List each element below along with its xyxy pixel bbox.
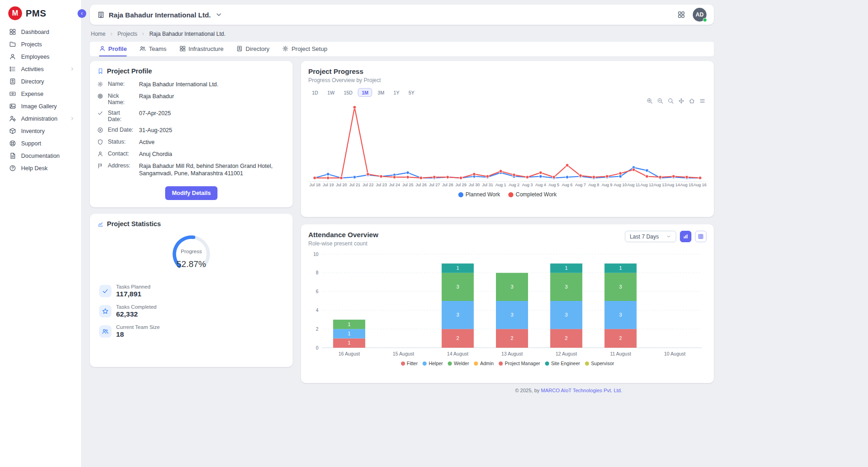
svg-text:11 August: 11 August bbox=[610, 351, 631, 356]
sidebar-item-activities[interactable]: Activities bbox=[0, 63, 81, 75]
tab-project-setup[interactable]: Project Setup bbox=[282, 42, 327, 56]
sidebar: M PMS DashboardProjectsEmployeesActiviti… bbox=[0, 0, 82, 467]
range-button-1w[interactable]: 1W bbox=[323, 88, 338, 97]
tab-label: Project Setup bbox=[291, 45, 327, 52]
range-button-3m[interactable]: 3M bbox=[374, 88, 388, 97]
sidebar-collapse-button[interactable]: ‹ bbox=[78, 9, 86, 18]
project-statistics-card: Project Statistics Progress52.87% Tasks … bbox=[90, 214, 293, 367]
table-view-toggle-button[interactable] bbox=[695, 231, 707, 242]
attendance-overview-card: Attendance Overview Role-wise present co… bbox=[301, 224, 714, 383]
x-axis-label: Jul 26 bbox=[415, 183, 428, 187]
range-button-1m[interactable]: 1M bbox=[358, 88, 372, 97]
flag-icon bbox=[97, 163, 103, 169]
sidebar-item-inventory[interactable]: Inventory bbox=[0, 125, 81, 137]
legend-item-supervisor[interactable]: Supervisor bbox=[585, 361, 614, 366]
range-button-5y[interactable]: 5Y bbox=[405, 88, 418, 97]
zoom-in-icon[interactable] bbox=[646, 98, 653, 104]
svg-text:3: 3 bbox=[565, 312, 568, 317]
sidebar-item-projects[interactable]: Projects bbox=[0, 38, 81, 50]
sidebar-item-administration[interactable]: Administration bbox=[0, 112, 81, 125]
apps-grid-icon[interactable] bbox=[677, 11, 685, 19]
legend-label: Admin bbox=[480, 361, 494, 366]
documentation-icon bbox=[9, 152, 16, 159]
sidebar-item-label: Documentation bbox=[21, 153, 75, 159]
sidebar-item-help-desk[interactable]: Help Desk bbox=[0, 162, 81, 174]
attendance-chart[interactable]: 024681011116 August15 August233114 Augus… bbox=[308, 250, 707, 359]
range-button-1y[interactable]: 1Y bbox=[390, 88, 403, 97]
svg-text:2: 2 bbox=[456, 335, 459, 341]
profile-field-name: Name:Raja Bahadur International Ltd. bbox=[97, 81, 285, 89]
x-axis-label: Jul 23 bbox=[375, 183, 388, 187]
x-axis-label: Aug 13 bbox=[653, 183, 667, 187]
x-axis-label: Aug 9 bbox=[601, 183, 614, 187]
svg-text:3: 3 bbox=[511, 312, 513, 317]
svg-text:1: 1 bbox=[456, 265, 459, 271]
x-axis-label: Jul 25 bbox=[401, 183, 415, 187]
tab-profile[interactable]: Profile bbox=[99, 42, 127, 56]
sidebar-item-dashboard[interactable]: Dashboard bbox=[0, 26, 81, 38]
tab-teams[interactable]: Teams bbox=[139, 42, 166, 56]
sidebar-item-image-gallery[interactable]: Image Gallery bbox=[0, 100, 81, 112]
legend-dot bbox=[474, 361, 478, 366]
chart-line-icon bbox=[97, 221, 104, 227]
legend-item-helper[interactable]: Helper bbox=[423, 361, 443, 366]
svg-text:3: 3 bbox=[565, 284, 568, 289]
magnifier-icon[interactable] bbox=[668, 98, 674, 104]
legend-item-admin[interactable]: Admin bbox=[474, 361, 494, 366]
breadcrumb-item[interactable]: Projects bbox=[117, 31, 137, 37]
bar-view-toggle-button[interactable] bbox=[680, 231, 691, 242]
stat-current-team-size: Current Team Size18 bbox=[99, 324, 285, 339]
directory-icon bbox=[9, 78, 16, 85]
sidebar-item-directory[interactable]: Directory bbox=[0, 75, 81, 88]
user-avatar[interactable]: AD bbox=[693, 8, 707, 22]
main-content: Raja Bahadur International Ltd. AD HomeP… bbox=[82, 0, 722, 400]
footer-link[interactable]: MARCO AIoT Technologies Pvt. Ltd. bbox=[541, 388, 622, 393]
range-button-15d[interactable]: 15D bbox=[340, 88, 356, 97]
menu-icon[interactable] bbox=[699, 98, 706, 104]
sidebar-item-expense[interactable]: Expense bbox=[0, 88, 81, 100]
svg-text:10: 10 bbox=[313, 252, 319, 257]
svg-text:3: 3 bbox=[511, 284, 513, 289]
sidebar-item-employees[interactable]: Employees bbox=[0, 50, 81, 63]
x-axis-label: Aug 4 bbox=[534, 183, 547, 187]
zoom-out-icon[interactable] bbox=[657, 98, 663, 104]
date-range-select[interactable]: Last 7 Days bbox=[625, 231, 676, 242]
sidebar-item-label: Activities bbox=[21, 66, 65, 72]
breadcrumb-item[interactable]: Home bbox=[91, 31, 106, 37]
legend-item-completed-work[interactable]: Completed Work bbox=[508, 191, 556, 198]
breadcrumb-item: Raja Bahadur International Ltd. bbox=[149, 31, 225, 37]
x-axis-label: Aug 10 bbox=[614, 183, 627, 187]
modify-details-button[interactable]: Modify Details bbox=[165, 186, 218, 200]
check-icon bbox=[97, 110, 103, 116]
company-selector[interactable]: Raja Bahadur International Ltd. bbox=[97, 11, 223, 19]
pan-icon[interactable] bbox=[678, 98, 684, 104]
x-axis-label: Aug 12 bbox=[640, 183, 653, 187]
legend-dot bbox=[448, 361, 452, 366]
x-axis-label: Jul 20 bbox=[335, 183, 348, 187]
sidebar-item-label: Expense bbox=[21, 91, 75, 97]
attendance-card-subtitle: Role-wise present count bbox=[308, 240, 378, 247]
project-progress-chart[interactable] bbox=[308, 100, 707, 182]
tab-infrastructure[interactable]: Infrastructure bbox=[179, 42, 224, 56]
sidebar-item-documentation[interactable]: Documentation bbox=[0, 150, 81, 162]
svg-text:10 August: 10 August bbox=[664, 351, 686, 356]
projects-icon bbox=[9, 41, 16, 48]
expense-icon bbox=[9, 90, 16, 97]
legend-label: Supervisor bbox=[591, 361, 614, 366]
legend-item-project-manager[interactable]: Project Manager bbox=[499, 361, 540, 366]
legend-item-planned-work[interactable]: Planned Work bbox=[458, 191, 500, 198]
svg-text:3: 3 bbox=[456, 312, 459, 317]
svg-text:14 August: 14 August bbox=[447, 351, 468, 356]
x-axis-label: Jul 30 bbox=[467, 183, 481, 187]
tab-directory[interactable]: Directory bbox=[236, 42, 269, 56]
legend-item-fitter[interactable]: Fitter bbox=[401, 361, 418, 366]
legend-dot bbox=[585, 361, 589, 366]
sidebar-item-support[interactable]: Support bbox=[0, 137, 81, 150]
chevron-right-icon bbox=[141, 32, 145, 36]
stat-tasks-planned: Tasks Planned117,891 bbox=[99, 284, 285, 298]
legend-item-welder[interactable]: Welder bbox=[448, 361, 469, 366]
tab-label: Profile bbox=[108, 45, 127, 52]
range-button-1d[interactable]: 1D bbox=[308, 88, 322, 97]
legend-item-site-engineer[interactable]: Site Engineer bbox=[545, 361, 580, 366]
home-icon[interactable] bbox=[689, 98, 695, 104]
